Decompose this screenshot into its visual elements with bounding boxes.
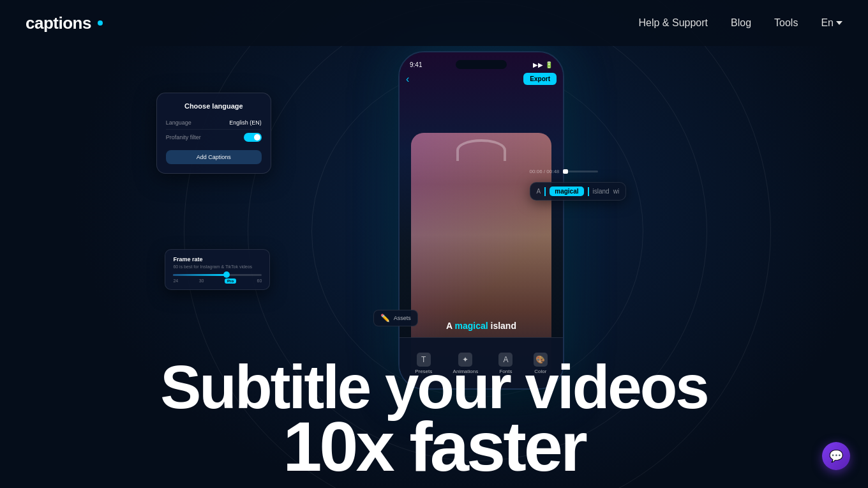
timeline-progress[interactable]: [563, 171, 598, 172]
framerate-label-30: 30: [199, 278, 204, 283]
word-cursor: [544, 187, 546, 196]
profanity-row: Profanity filter: [166, 130, 262, 145]
language-panel-title: Choose language: [166, 102, 262, 110]
phone-top-bar: ‹ Export: [406, 73, 557, 85]
phone-time: 9:41: [410, 61, 422, 68]
framerate-subtitle: 60 is best for Instagram & TikTok videos: [173, 264, 262, 269]
framerate-slider-thumb[interactable]: [223, 271, 230, 278]
framerate-title: Frame rate: [173, 256, 262, 263]
framerate-slider-track[interactable]: [173, 274, 262, 276]
pro-badge: Pro: [225, 278, 236, 284]
language-current-label: En: [821, 17, 834, 29]
assets-icon: ✏️: [380, 314, 390, 323]
phone-caption-overlay: A magical island: [446, 321, 516, 331]
caption-word-bar: A magical island wi: [530, 182, 627, 201]
add-captions-button[interactable]: Add Captions: [166, 150, 262, 164]
chevron-down-icon: [836, 21, 842, 25]
framerate-slider-fill: [173, 274, 226, 276]
language-value: English (EN): [229, 119, 262, 126]
language-selector-button[interactable]: En: [821, 17, 842, 29]
word-cursor-2: [588, 187, 589, 196]
framerate-label-24: 24: [173, 278, 178, 283]
logo-dot: [98, 20, 103, 26]
timeline-time: 00:06 / 00:48: [530, 169, 560, 174]
caption-text-before: A: [446, 321, 454, 331]
word-chip-magical: magical: [550, 187, 583, 196]
profanity-toggle[interactable]: [244, 133, 262, 142]
caption-text-highlight: magical: [454, 321, 488, 331]
export-button[interactable]: Export: [523, 73, 557, 85]
nav-link-blog[interactable]: Blog: [731, 17, 751, 28]
phone-icons: ▶▶ 🔋: [533, 61, 553, 68]
framerate-label-60: 60: [257, 278, 262, 283]
nav-link-tools[interactable]: Tools: [774, 17, 798, 28]
language-row: Language English (EN): [166, 116, 262, 130]
language-label: Language: [166, 119, 191, 126]
phone-status-bar: 9:41 ▶▶ 🔋: [410, 61, 553, 68]
word-chip-wi: wi: [613, 188, 619, 195]
main-navigation: captions Help & Support Blog Tools En: [0, 0, 868, 46]
chat-icon: 💬: [829, 449, 843, 463]
nav-item-blog: Blog: [731, 17, 751, 29]
timeline-bar: 00:06 / 00:48: [530, 169, 599, 174]
phone-frame: 9:41 ▶▶ 🔋 ‹ Export A magical island T Pr…: [398, 51, 564, 390]
language-panel: Choose language Language English (EN) Pr…: [156, 93, 271, 174]
hero-text-block: Subtitle your videos 10x faster: [0, 356, 868, 482]
caption-text-after: island: [488, 321, 516, 331]
nav-item-help: Help & Support: [639, 17, 708, 29]
assets-label: Assets: [394, 315, 411, 321]
nav-links-list: Help & Support Blog Tools En: [639, 17, 842, 29]
nav-link-help[interactable]: Help & Support: [639, 17, 708, 28]
back-arrow-icon[interactable]: ‹: [406, 73, 409, 85]
hero-line-2: 10x faster: [0, 411, 868, 482]
framerate-label-pro: Pro: [225, 278, 236, 283]
hero-section: Choose language Language English (EN) Pr…: [0, 0, 868, 488]
profanity-label: Profanity filter: [166, 134, 201, 141]
framerate-labels: 24 30 Pro 60: [173, 278, 262, 283]
logo-text: captions: [26, 13, 91, 33]
framerate-panel: Frame rate 60 is best for Instagram & Ti…: [165, 249, 270, 290]
logo[interactable]: captions: [26, 13, 103, 33]
assets-panel[interactable]: ✏️ Assets: [373, 310, 418, 326]
chat-bubble-button[interactable]: 💬: [822, 442, 850, 470]
word-chip-island: island: [593, 188, 610, 195]
nav-item-language: En: [821, 17, 842, 29]
nav-item-tools: Tools: [774, 17, 798, 29]
word-chip-a: A: [537, 188, 541, 195]
phone-mockup: 9:41 ▶▶ 🔋 ‹ Export A magical island T Pr…: [398, 51, 577, 390]
